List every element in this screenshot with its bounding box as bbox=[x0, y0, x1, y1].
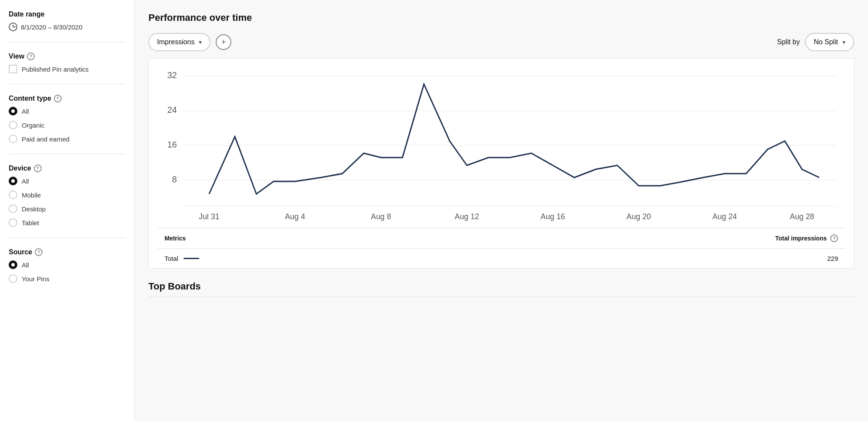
svg-text:Aug 4: Aug 4 bbox=[285, 212, 306, 221]
chart-line bbox=[209, 84, 819, 194]
source-your-pins-radio[interactable] bbox=[9, 274, 17, 283]
chart-container: 32 24 16 8 Jul 31 Aug 4 Aug 8 Aug 12 Aug… bbox=[148, 58, 854, 269]
content-type-help-icon[interactable]: ? bbox=[54, 95, 62, 102]
svg-text:24: 24 bbox=[168, 105, 177, 115]
source-label: Source bbox=[9, 248, 32, 256]
device-radio-group: All Mobile Desktop Tablet bbox=[9, 177, 125, 227]
view-label: View bbox=[9, 53, 24, 60]
content-type-all-label: All bbox=[22, 108, 29, 115]
svg-text:16: 16 bbox=[168, 140, 177, 149]
device-desktop-radio[interactable] bbox=[9, 204, 17, 213]
view-title: View ? bbox=[9, 53, 125, 60]
device-label: Device bbox=[9, 164, 31, 172]
source-all-label: All bbox=[22, 261, 29, 269]
device-help-icon[interactable]: ? bbox=[34, 164, 42, 172]
main-content: Performance over time Impressions ▾ + Sp… bbox=[135, 0, 868, 421]
date-range-value[interactable]: 8/1/2020 – 8/30/2020 bbox=[9, 23, 125, 31]
device-title: Device ? bbox=[9, 164, 125, 172]
split-by-label: Split by bbox=[777, 38, 800, 46]
metric-dropdown-label: Impressions bbox=[157, 38, 194, 46]
chart-controls-right: Split by No Split ▾ bbox=[777, 33, 855, 51]
device-tablet-radio[interactable] bbox=[9, 218, 17, 227]
published-pin-checkbox[interactable] bbox=[9, 65, 17, 73]
content-type-organic-label: Organic bbox=[22, 122, 45, 129]
source-your-pins-item[interactable]: Your Pins bbox=[9, 274, 125, 283]
top-boards-title: Top Boards bbox=[148, 281, 854, 292]
device-all-item[interactable]: All bbox=[9, 177, 125, 185]
chart-controls-left: Impressions ▾ + bbox=[148, 33, 231, 51]
device-all-label: All bbox=[22, 178, 29, 185]
split-dropdown-label: No Split bbox=[814, 38, 838, 46]
clock-icon bbox=[9, 23, 17, 31]
content-type-paid-radio[interactable] bbox=[9, 135, 17, 143]
view-help-icon[interactable]: ? bbox=[27, 53, 35, 60]
source-all-radio[interactable] bbox=[9, 260, 17, 269]
source-your-pins-label: Your Pins bbox=[22, 275, 49, 283]
svg-text:Aug 12: Aug 12 bbox=[455, 212, 480, 221]
svg-text:Aug 28: Aug 28 bbox=[790, 212, 815, 221]
metrics-row-label: Total bbox=[164, 255, 178, 262]
device-all-radio[interactable] bbox=[9, 177, 17, 185]
sidebar: Date range 8/1/2020 – 8/30/2020 View ? P… bbox=[0, 0, 135, 421]
svg-text:Aug 24: Aug 24 bbox=[713, 212, 737, 221]
device-section: Device ? All Mobile Desktop Tablet bbox=[9, 164, 125, 238]
performance-title: Performance over time bbox=[148, 12, 854, 23]
content-type-title: Content type ? bbox=[9, 95, 125, 102]
metrics-row-left: Total bbox=[164, 255, 199, 262]
line-legend-total bbox=[184, 258, 199, 259]
device-mobile-label: Mobile bbox=[22, 191, 41, 199]
source-radio-group: All Your Pins bbox=[9, 260, 125, 283]
source-title: Source ? bbox=[9, 248, 125, 256]
date-range-title: Date range bbox=[9, 10, 125, 18]
metrics-header: Metrics Total impressions ? bbox=[158, 228, 845, 249]
source-help-icon[interactable]: ? bbox=[35, 248, 43, 256]
svg-text:Aug 16: Aug 16 bbox=[541, 212, 566, 221]
date-range-label: Date range bbox=[9, 10, 45, 18]
total-impressions-label: Total impressions bbox=[775, 235, 827, 242]
device-mobile-radio[interactable] bbox=[9, 191, 17, 199]
metrics-header-right: Total impressions ? bbox=[775, 234, 838, 242]
published-pin-checkbox-item[interactable]: Published Pin analytics bbox=[9, 65, 125, 73]
content-type-paid-label: Paid and earned bbox=[22, 135, 69, 143]
device-desktop-label: Desktop bbox=[22, 205, 46, 213]
svg-text:Aug 20: Aug 20 bbox=[627, 212, 651, 221]
device-mobile-item[interactable]: Mobile bbox=[9, 191, 125, 199]
chart-wrapper: 32 24 16 8 Jul 31 Aug 4 Aug 8 Aug 12 Aug… bbox=[158, 67, 845, 224]
split-dropdown[interactable]: No Split ▾ bbox=[805, 33, 854, 51]
metrics-row-value: 229 bbox=[827, 255, 838, 262]
metrics-table: Metrics Total impressions ? Total 229 bbox=[158, 228, 845, 268]
published-pin-label: Published Pin analytics bbox=[22, 66, 89, 73]
source-all-item[interactable]: All bbox=[9, 260, 125, 269]
metrics-row-total: Total 229 bbox=[158, 249, 845, 268]
add-metric-icon: + bbox=[221, 38, 226, 47]
content-type-section: Content type ? All Organic Paid and earn… bbox=[9, 95, 125, 154]
source-section: Source ? All Your Pins bbox=[9, 248, 125, 293]
metrics-column-label: Metrics bbox=[164, 235, 186, 242]
split-dropdown-chevron: ▾ bbox=[842, 39, 845, 46]
content-type-paid-item[interactable]: Paid and earned bbox=[9, 135, 125, 143]
content-type-all-radio[interactable] bbox=[9, 107, 17, 115]
svg-text:Jul 31: Jul 31 bbox=[199, 212, 220, 221]
chart-svg: 32 24 16 8 Jul 31 Aug 4 Aug 8 Aug 12 Aug… bbox=[158, 67, 845, 224]
view-section: View ? Published Pin analytics bbox=[9, 53, 125, 84]
content-type-label: Content type bbox=[9, 95, 51, 102]
svg-text:Aug 8: Aug 8 bbox=[371, 212, 391, 221]
svg-text:32: 32 bbox=[168, 70, 177, 80]
top-boards-divider bbox=[148, 296, 854, 297]
svg-text:8: 8 bbox=[172, 174, 177, 184]
date-range-text: 8/1/2020 – 8/30/2020 bbox=[21, 23, 82, 31]
content-type-organic-radio[interactable] bbox=[9, 121, 17, 129]
device-tablet-label: Tablet bbox=[22, 219, 39, 227]
chart-controls: Impressions ▾ + Split by No Split ▾ bbox=[148, 33, 854, 51]
device-tablet-item[interactable]: Tablet bbox=[9, 218, 125, 227]
total-impressions-help-icon[interactable]: ? bbox=[830, 234, 838, 242]
metric-dropdown[interactable]: Impressions ▾ bbox=[148, 33, 210, 51]
date-range-section: Date range 8/1/2020 – 8/30/2020 bbox=[9, 10, 125, 42]
metric-dropdown-chevron: ▾ bbox=[199, 39, 202, 46]
content-type-organic-item[interactable]: Organic bbox=[9, 121, 125, 129]
content-type-radio-group: All Organic Paid and earned bbox=[9, 107, 125, 143]
content-type-all-item[interactable]: All bbox=[9, 107, 125, 115]
device-desktop-item[interactable]: Desktop bbox=[9, 204, 125, 213]
add-metric-button[interactable]: + bbox=[216, 34, 231, 50]
